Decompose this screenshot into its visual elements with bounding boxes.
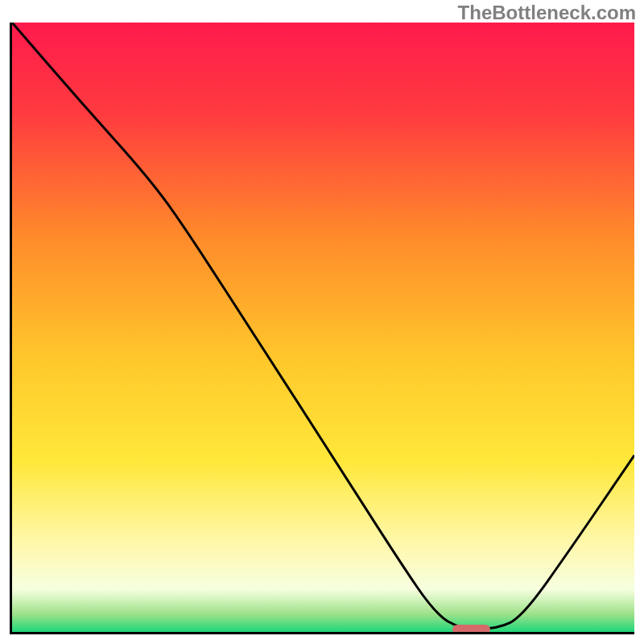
plot-area <box>10 23 634 634</box>
curve-svg <box>12 23 634 632</box>
watermark-text: TheBottleneck.com <box>458 2 636 24</box>
optimal-marker <box>452 625 490 634</box>
chart-container: TheBottleneck.com <box>0 0 644 644</box>
bottleneck-curve <box>12 23 634 629</box>
